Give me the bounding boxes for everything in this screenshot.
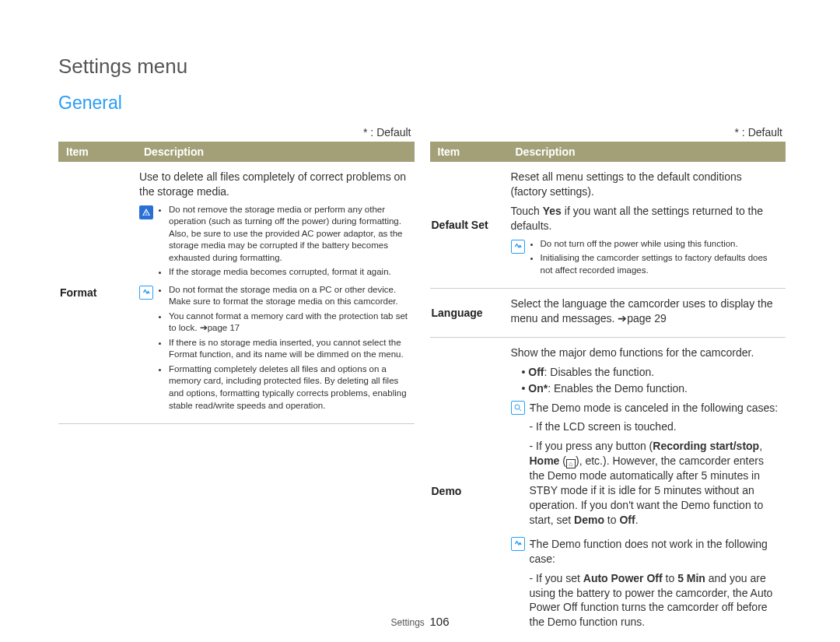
desc-demo: Show the major demo functions for the ca… — [508, 337, 786, 642]
text: ( — [559, 454, 566, 467]
text: If you press any button ( — [536, 440, 653, 452]
bold: Recording start/stop — [653, 440, 759, 452]
bold: Off — [619, 514, 635, 526]
demo-opt-on: On*: Enables the Demo function. — [522, 381, 782, 396]
item-name-format: Format — [58, 162, 136, 424]
home-icon: ⌂ — [566, 459, 576, 468]
info-item: If there is no storage media inserted, y… — [169, 337, 410, 361]
bold: On* — [528, 382, 548, 395]
defaultset-intro2: Touch Yes if you want all the settings r… — [511, 204, 782, 233]
bold: Off — [528, 366, 544, 378]
info-item: Initialising the camcorder settings to f… — [541, 252, 782, 276]
bold: Demo — [574, 514, 604, 526]
left-column: * : Default Item Description Format Use … — [58, 121, 415, 642]
info-item: Do not turn off the power while using th… — [541, 238, 782, 251]
page-ref: ➔page 29 — [618, 312, 667, 325]
right-column: * : Default Item Description Default Set… — [430, 121, 786, 642]
row-default-set: Default Set Reset all menu settings to t… — [430, 162, 786, 289]
page-number: 106 — [430, 615, 450, 628]
format-intro: Use to delete all files completely of co… — [139, 170, 410, 199]
warn-item: If the storage media becomes corrupted, … — [169, 266, 410, 279]
item-name-language: Language — [430, 289, 508, 338]
text: . — [635, 514, 639, 526]
text: Touch — [511, 205, 543, 217]
format-info-block: Do not format the storage media on a PC … — [139, 284, 410, 414]
section-title: General — [58, 93, 786, 114]
desc-format: Use to delete all files completely of co… — [136, 162, 415, 424]
defaultset-info-block: Do not turn off the power while using th… — [511, 238, 782, 279]
language-text: Select the language the camcorder uses t… — [511, 296, 782, 326]
info-icon — [139, 286, 153, 300]
text: The Demo function does not work in the f… — [530, 538, 768, 565]
demo-tip-block: The Demo mode is canceled in the followi… — [511, 399, 782, 532]
item-name-default-set: Default Set — [430, 162, 508, 289]
info-item: You cannot format a memory card with the… — [169, 310, 410, 335]
settings-table-right: Item Description Default Set Reset all m… — [430, 142, 786, 642]
text: The Demo mode is canceled in the followi… — [530, 402, 778, 414]
tip-sub1: If the LCD screen is touched. — [530, 419, 782, 434]
info-head: The Demo function does not work in the f… — [530, 537, 782, 567]
text: to — [663, 572, 677, 584]
svg-point-0 — [515, 405, 520, 409]
demo-intro: Show the major demo functions for the ca… — [511, 346, 782, 360]
tip-content: The Demo mode is canceled in the followi… — [530, 399, 782, 532]
format-warning-list: Do not remove the storage media or perfo… — [158, 204, 410, 281]
bold: 5 Min — [677, 572, 705, 584]
desc-language: Select the language the camcorder uses t… — [508, 289, 786, 338]
text: : Enables the Demo function. — [548, 382, 688, 395]
item-name-demo: Demo — [430, 337, 508, 642]
info-icon — [511, 240, 525, 254]
document-page: Settings menu General * : Default Item D… — [0, 0, 840, 642]
default-legend: * : Default — [430, 126, 783, 139]
text: : Disables the function. — [544, 366, 655, 378]
header-item: Item — [58, 142, 136, 162]
page-title: Settings menu — [58, 54, 786, 79]
warn-item: Do not remove the storage media or perfo… — [169, 204, 410, 265]
tip-head: The Demo mode is canceled in the followi… — [530, 401, 782, 416]
two-columns: * : Default Item Description Format Use … — [58, 121, 786, 642]
header-description: Description — [136, 142, 415, 162]
bold: Auto Power Off — [583, 572, 663, 584]
demo-opt-off: Off: Disables the function. — [522, 365, 782, 380]
format-info-list: Do not format the storage media on a PC … — [158, 284, 410, 414]
text: to — [604, 514, 619, 526]
defaultset-intro1: Reset all menu settings to the default c… — [511, 170, 782, 199]
desc-default-set: Reset all menu settings to the default c… — [508, 162, 786, 289]
warning-icon — [139, 205, 153, 219]
tip-sub2: If you press any button (Recording start… — [530, 439, 782, 528]
tip-icon — [511, 401, 525, 415]
format-warning-block: Do not remove the storage media or perfo… — [139, 204, 410, 281]
default-legend: * : Default — [58, 126, 411, 139]
footer-label: Settings — [390, 617, 424, 628]
text: , — [759, 440, 762, 452]
info-item: Do not format the storage media on a PC … — [169, 284, 410, 308]
text: If you set — [536, 572, 583, 584]
settings-table-left: Item Description Format Use to delete al… — [58, 142, 415, 424]
defaultset-info-list: Do not turn off the power while using th… — [530, 238, 782, 279]
header-description: Description — [508, 142, 786, 162]
bold: Yes — [543, 205, 562, 217]
row-demo: Demo Show the major demo functions for t… — [430, 337, 786, 642]
page-footer: Settings 106 — [0, 615, 840, 628]
bold: Home — [530, 454, 560, 467]
row-format: Format Use to delete all files completel… — [58, 162, 415, 424]
row-language: Language Select the language the camcord… — [430, 289, 786, 338]
header-item: Item — [430, 142, 508, 162]
info-item: Formatting completely deletes all files … — [169, 363, 410, 412]
info-icon — [511, 537, 525, 551]
